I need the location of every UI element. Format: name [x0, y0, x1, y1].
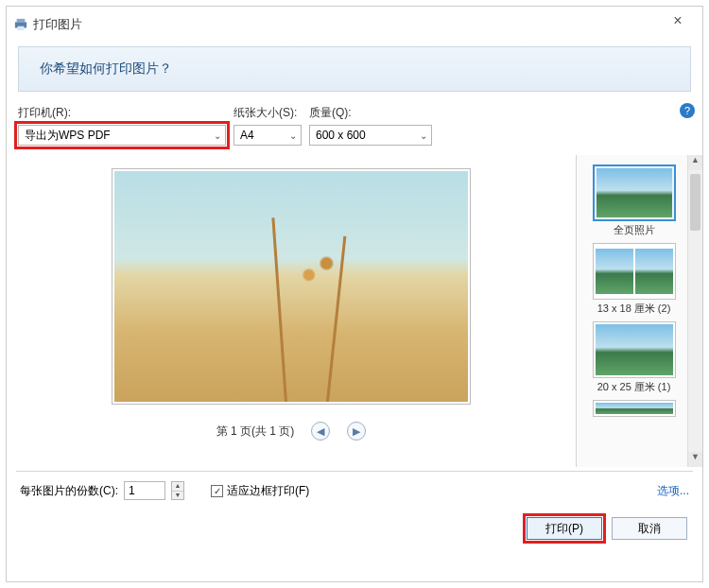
cancel-button[interactable]: 取消 — [612, 517, 687, 540]
layout-list: 全页照片 13 x 18 厘米 (2) 20 x 25 厘米 (1) — [576, 155, 702, 467]
printer-icon — [14, 18, 27, 31]
paper-size-value: A4 — [240, 129, 254, 142]
layout-thumb — [593, 400, 676, 417]
preview-image — [114, 171, 468, 402]
titlebar: 打印图片 — [7, 10, 702, 39]
mini-landscape-icon — [596, 324, 673, 375]
copies-input[interactable] — [124, 481, 165, 500]
scroll-down-button[interactable]: ▼ — [688, 452, 702, 467]
fit-frame-label: 适应边框打印(F) — [227, 483, 309, 499]
layout-item-13x18[interactable]: 13 x 18 厘米 (2) — [582, 243, 685, 316]
window-title: 打印图片 — [33, 16, 82, 33]
paper-size-dropdown[interactable]: A4 ⌄ — [233, 125, 302, 146]
mini-landscape-icon — [596, 249, 633, 295]
spin-down-icon[interactable]: ▼ — [172, 492, 183, 500]
spin-up-icon[interactable]: ▲ — [172, 482, 183, 492]
quality-value: 600 x 600 — [316, 129, 366, 142]
preview-frame — [112, 168, 471, 405]
layout-item-20x25[interactable]: 20 x 25 厘米 (1) — [582, 321, 685, 394]
pager: 第 1 页(共 1 页) ◀ ▶ — [216, 422, 367, 441]
layout-thumb — [593, 243, 676, 300]
layout-item-next[interactable] — [582, 400, 685, 417]
copies-label: 每张图片的份数(C): — [20, 483, 118, 499]
print-pictures-dialog: × 打印图片 你希望如何打印图片？ 打印机(R): 导出为WPS PDF ⌄ 纸… — [6, 6, 703, 582]
action-row: 打印(P) 取消 — [7, 510, 702, 549]
body: 第 1 页(共 1 页) ◀ ▶ 全页照片 13 x 18 厘米 (2) — [7, 155, 702, 467]
fit-frame-checkbox[interactable]: ✓ 适应边框打印(F) — [211, 483, 309, 499]
quality-label: 质量(Q): — [309, 105, 432, 121]
mini-landscape-icon — [635, 249, 673, 295]
quality-dropdown[interactable]: 600 x 600 ⌄ — [309, 125, 432, 146]
layout-item-full-page[interactable]: 全页照片 — [582, 164, 685, 237]
layout-thumb — [593, 321, 676, 378]
svg-rect-2 — [18, 26, 25, 30]
next-page-button[interactable]: ▶ — [347, 422, 366, 441]
chevron-down-icon: ⌄ — [214, 130, 221, 141]
checkbox-icon: ✓ — [211, 485, 223, 497]
printer-dropdown[interactable]: 导出为WPS PDF ⌄ — [18, 125, 226, 146]
question-text: 你希望如何打印图片？ — [40, 61, 172, 76]
mini-landscape-icon — [596, 403, 673, 414]
options-row: 每张图片的份数(C): ▲ ▼ ✓ 适应边框打印(F) 选项... — [7, 472, 702, 510]
scrollbar[interactable]: ▲ ▼ — [687, 155, 702, 467]
layout-caption: 20 x 25 厘米 (1) — [582, 380, 685, 394]
help-icon[interactable]: ? — [680, 103, 695, 118]
scroll-thumb[interactable] — [690, 174, 700, 231]
copies-spinner[interactable]: ▲ ▼ — [171, 481, 184, 500]
chevron-down-icon: ⌄ — [420, 130, 427, 141]
layout-caption: 全页照片 — [582, 223, 685, 237]
chevron-down-icon: ⌄ — [289, 130, 297, 141]
prev-page-button[interactable]: ◀ — [311, 422, 330, 441]
scroll-up-button[interactable]: ▲ — [688, 155, 702, 170]
printer-label: 打印机(R): — [18, 105, 226, 121]
print-button[interactable]: 打印(P) — [527, 517, 602, 540]
question-banner: 你希望如何打印图片？ — [18, 46, 691, 92]
close-button[interactable]: × — [659, 12, 697, 31]
svg-rect-0 — [17, 19, 26, 23]
page-indicator: 第 1 页(共 1 页) — [216, 424, 295, 440]
paper-size-label: 纸张大小(S): — [233, 105, 302, 121]
layout-thumb — [593, 164, 676, 221]
selector-row: 打印机(R): 导出为WPS PDF ⌄ 纸张大小(S): A4 ⌄ 质量(Q)… — [7, 99, 702, 146]
options-link[interactable]: 选项... — [657, 483, 689, 499]
printer-value: 导出为WPS PDF — [25, 128, 111, 144]
mini-landscape-icon — [597, 168, 672, 217]
layout-caption: 13 x 18 厘米 (2) — [582, 302, 685, 316]
preview-area: 第 1 页(共 1 页) ◀ ▶ — [7, 155, 576, 467]
